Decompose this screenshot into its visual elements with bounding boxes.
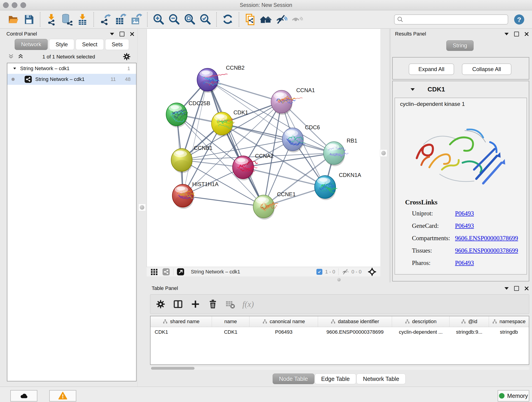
horizontal-splitter[interactable] — [147, 276, 380, 282]
column-header[interactable]: namespace — [489, 316, 529, 327]
tree-expand-triangle-icon[interactable] — [13, 67, 17, 70]
warning-button[interactable] — [49, 390, 76, 402]
delete-column-button[interactable] — [208, 299, 218, 309]
function-builder-button[interactable]: f(x) — [242, 299, 254, 309]
edge-CCNB2-HIST1H1A[interactable] — [183, 80, 208, 196]
float-panel-icon[interactable] — [505, 287, 509, 290]
save-session-button[interactable] — [22, 12, 36, 27]
column-header[interactable]: database identifier — [318, 316, 392, 327]
cloud-button[interactable] — [10, 390, 37, 402]
crosshair-icon[interactable] — [367, 267, 377, 276]
edge-CCNB2-CCNA1[interactable] — [208, 80, 282, 102]
edge-HIST1H1A-CCNE1[interactable] — [183, 196, 264, 206]
results-panel-divider — [389, 29, 391, 282]
entry-collapse-icon[interactable] — [411, 88, 415, 91]
crosslink-link[interactable]: 9606.ENSP00000378699 — [455, 247, 518, 254]
tab-node-table[interactable]: Node Table — [273, 374, 314, 384]
maximize-panel-icon[interactable] — [514, 286, 519, 291]
selection-status: 1 of 1 Network selected — [0, 54, 138, 60]
node-CCNA2[interactable] — [233, 156, 258, 180]
refresh-layout-button[interactable] — [221, 12, 234, 27]
import-network-button[interactable] — [44, 12, 58, 27]
node-CDC6[interactable] — [282, 128, 305, 153]
edge-CCNA2-CDKN1A[interactable] — [243, 167, 325, 187]
import-table-button[interactable] — [76, 12, 89, 27]
close-panel-icon[interactable] — [130, 32, 134, 36]
tab-sets[interactable]: Sets — [105, 39, 129, 50]
column-header[interactable]: name — [212, 316, 249, 327]
crosslink-link[interactable]: P06493 — [455, 210, 474, 217]
export-network-button[interactable] — [98, 12, 112, 27]
column-header[interactable]: description — [392, 316, 450, 327]
crosslink-link[interactable]: P06493 — [455, 259, 474, 267]
close-panel-icon[interactable] — [525, 32, 529, 36]
share-icon[interactable] — [162, 268, 170, 276]
node-CCNA1[interactable] — [271, 90, 302, 115]
crosslink-link[interactable]: 9606.ENSP00000378699 — [455, 235, 518, 242]
hidden-eye-icon[interactable] — [342, 268, 349, 275]
node-CDC25B[interactable] — [166, 103, 188, 128]
import-network-from-database-button[interactable] — [60, 12, 74, 27]
preview-button[interactable] — [290, 12, 304, 27]
tab-style[interactable]: Style — [49, 39, 74, 50]
horizontal-splitter-handle[interactable] — [336, 277, 341, 282]
left-splitter-handle[interactable] — [138, 204, 146, 211]
table-gear-button[interactable] — [155, 299, 166, 309]
open-session-button[interactable] — [6, 12, 20, 27]
scrollbar-thumb[interactable] — [151, 367, 195, 370]
grid-icon[interactable] — [150, 268, 158, 276]
toolbar-search[interactable] — [394, 14, 508, 25]
help-button[interactable]: ? — [514, 14, 525, 25]
crosslink-link[interactable]: P06493 — [455, 222, 474, 230]
column-header[interactable]: @id — [450, 316, 489, 327]
tab-network-table[interactable]: Network Table — [356, 374, 405, 384]
tab-network[interactable]: Network — [15, 39, 48, 50]
copy-network-button[interactable] — [243, 12, 257, 27]
zoom-out-button[interactable] — [167, 12, 181, 27]
export-image-button[interactable] — [129, 12, 143, 27]
maximize-panel-icon[interactable] — [514, 32, 519, 36]
zoom-fit-button[interactable] — [183, 12, 196, 27]
show-columns-button[interactable] — [173, 299, 183, 309]
collapse-all-button[interactable]: Collapse All — [462, 64, 511, 75]
network-options-gear-icon[interactable] — [122, 52, 131, 62]
search-input[interactable] — [405, 16, 505, 23]
zoom-in-icon — [152, 13, 165, 26]
tab-edge-table[interactable]: Edge Table — [315, 374, 356, 384]
add-column-button[interactable] — [190, 299, 201, 309]
network-view-canvas[interactable]: CCNB2CCNA1CDC25BCDK1CDC6RB1CCNB1CCNA2CDK… — [147, 29, 380, 267]
birdseye-icon[interactable] — [177, 268, 184, 276]
zoom-in-button[interactable] — [152, 12, 165, 27]
column-type-icon — [163, 319, 168, 324]
column-header[interactable]: shared name — [151, 316, 212, 327]
node-CDKN1A[interactable] — [315, 176, 337, 200]
network-tree-root-row[interactable]: String Network – cdk1 1 — [7, 63, 136, 74]
right-splitter-handle[interactable] — [380, 149, 387, 157]
crosslink-label: Uniprot: — [412, 210, 433, 217]
maximize-panel-icon[interactable] — [120, 32, 124, 36]
tab-select[interactable]: Select — [76, 39, 104, 50]
node-CCNB2[interactable] — [197, 68, 228, 93]
table-horizontal-scrollbar[interactable] — [150, 367, 529, 370]
float-panel-icon[interactable] — [110, 33, 114, 35]
results-entry-header[interactable]: CDK1 — [393, 81, 529, 98]
selected-checkbox[interactable] — [317, 269, 322, 275]
memory-button[interactable]: Memory — [498, 390, 529, 402]
network-tree-child-row[interactable]: String Network – cdk1 11 48 — [7, 74, 136, 85]
node-RB1[interactable] — [323, 142, 348, 166]
tab-string[interactable]: String — [446, 40, 474, 51]
close-panel-icon[interactable] — [525, 286, 529, 291]
node-CCNB1[interactable] — [171, 148, 192, 173]
expand-all-button[interactable]: Expand All — [409, 64, 454, 75]
table-row[interactable]: CDK1 CDK1 P06493 9606.ENSP00000378699 cy… — [151, 327, 529, 337]
first-neighbors-button[interactable] — [259, 12, 273, 27]
zoom-selected-button[interactable] — [198, 12, 212, 27]
column-type-icon — [262, 319, 267, 324]
float-panel-icon[interactable] — [505, 33, 509, 35]
column-header[interactable]: canonical name — [249, 316, 318, 327]
export-table-button[interactable] — [114, 12, 127, 27]
delete-table-button[interactable] — [225, 299, 235, 309]
edge-CCNB2-CCNE1[interactable] — [208, 80, 264, 206]
show-hide-button[interactable] — [274, 12, 288, 27]
network-graph[interactable]: CCNB2CCNA1CDC25BCDK1CDC6RB1CCNB1CCNA2CDK… — [147, 29, 380, 267]
